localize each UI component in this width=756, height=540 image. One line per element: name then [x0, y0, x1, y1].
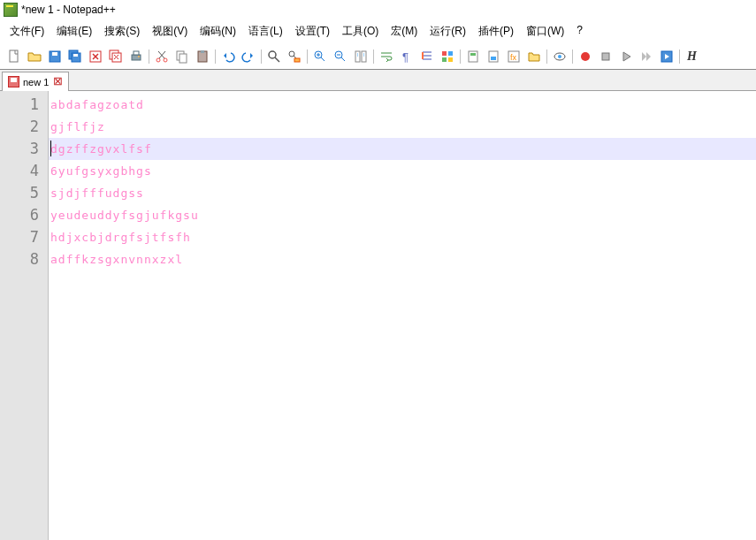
save-macro-button[interactable] [656, 46, 676, 66]
svg-point-11 [138, 56, 140, 57]
menu-language[interactable]: 语言(L) [242, 21, 289, 42]
pilcrow-icon: ¶ [400, 49, 414, 64]
menubar: 文件(F) 编辑(E) 搜索(S) 视图(V) 编码(N) 语言(L) 设置(T… [0, 19, 756, 43]
toolbar-h-button[interactable]: H [682, 46, 702, 66]
svg-rect-0 [10, 50, 18, 62]
paste-button[interactable] [192, 46, 212, 66]
line-number: 1 [0, 94, 39, 116]
editor-line[interactable]: sjdjfffudgss [49, 182, 756, 204]
close-button[interactable] [85, 46, 105, 66]
svg-rect-29 [448, 57, 453, 62]
svg-text:¶: ¶ [402, 50, 409, 64]
svg-rect-10 [134, 51, 139, 55]
menu-tools[interactable]: 工具(O) [336, 21, 385, 42]
folder-open-icon [27, 49, 42, 64]
menu-help[interactable]: ? [570, 21, 589, 42]
folder-view-button[interactable] [523, 46, 544, 66]
show-all-chars-button[interactable]: ¶ [396, 46, 416, 66]
tabbar: new 1 ⊠ [0, 70, 756, 91]
copy-button[interactable] [172, 46, 192, 66]
menu-edit[interactable]: 编辑(E) [50, 21, 98, 42]
menu-settings[interactable]: 设置(T) [289, 21, 336, 42]
svg-rect-24 [362, 51, 366, 62]
editor-line[interactable]: adffkzsgxnvnnxzxl [49, 248, 756, 270]
save-macro-icon [660, 49, 674, 64]
menu-search[interactable]: 搜索(S) [98, 21, 146, 42]
svg-point-37 [558, 55, 561, 58]
save-button[interactable] [44, 46, 65, 66]
find-button[interactable] [263, 46, 284, 66]
line-number: 5 [0, 182, 39, 204]
line-number: 4 [0, 160, 39, 182]
new-file-button[interactable] [4, 46, 24, 66]
editor-line[interactable]: yeudeuddyfsgjufkgsu [49, 204, 756, 226]
user-lang-button[interactable] [437, 46, 457, 66]
svg-point-12 [157, 58, 160, 62]
editor-line[interactable]: abdafagzoatd [49, 94, 756, 116]
editor-line[interactable]: dgzffzgvxlfsf [49, 138, 756, 160]
save-all-icon [68, 49, 82, 64]
tab-close-button[interactable]: ⊠ [52, 77, 63, 87]
play-macro-button[interactable] [615, 46, 636, 66]
undo-button[interactable] [218, 46, 238, 66]
save-all-button[interactable] [65, 46, 85, 66]
func-icon: fx [507, 49, 521, 64]
svg-point-38 [581, 52, 590, 61]
editor-line[interactable]: gjflfjz [49, 116, 756, 138]
toolbar: ¶ fx H [0, 43, 756, 70]
record-macro-button[interactable] [575, 46, 595, 66]
word-wrap-button[interactable] [376, 46, 396, 66]
indent-icon [420, 49, 434, 64]
redo-button[interactable] [238, 46, 258, 66]
svg-rect-27 [448, 51, 453, 56]
unsaved-icon [8, 76, 19, 87]
menu-view[interactable]: 视图(V) [146, 21, 194, 42]
svg-text:fx: fx [510, 53, 517, 62]
window-title: *new 1 - Notepad++ [21, 4, 116, 16]
eye-icon [553, 49, 567, 64]
tab-label: new 1 [23, 77, 49, 87]
zoom-in-button[interactable] [309, 46, 330, 66]
func-list-button[interactable]: fx [503, 46, 523, 66]
indent-guide-button[interactable] [416, 46, 437, 66]
zoom-out-button[interactable] [330, 46, 350, 66]
editor-line[interactable]: 6yufgsyxgbhgs [49, 160, 756, 182]
line-number: 8 [0, 248, 39, 270]
monitor-button[interactable] [549, 46, 569, 66]
editor-line[interactable]: hdjxcbjdrgfsjtfsfh [49, 226, 756, 248]
svg-rect-28 [442, 57, 447, 62]
menu-run[interactable]: 运行(R) [424, 21, 472, 42]
stop-macro-button[interactable] [595, 46, 615, 66]
print-icon [129, 49, 143, 64]
sync-icon [354, 49, 368, 64]
new-file-icon [7, 49, 21, 64]
menu-encoding[interactable]: 编码(N) [194, 21, 242, 42]
close-all-button[interactable] [105, 46, 126, 66]
svg-point-18 [269, 51, 276, 58]
cut-button[interactable] [151, 46, 172, 66]
menu-macro[interactable]: 宏(M) [385, 21, 424, 42]
replace-button[interactable] [284, 46, 304, 66]
zoom-out-icon [333, 49, 347, 64]
print-button[interactable] [126, 46, 146, 66]
line-number: 7 [0, 226, 39, 248]
svg-rect-30 [469, 51, 477, 62]
menu-window[interactable]: 窗口(W) [520, 21, 570, 42]
list-icon [486, 49, 500, 64]
open-file-button[interactable] [24, 46, 44, 66]
h-icon: H [687, 49, 697, 64]
text-content[interactable]: abdafagzoatdgjflfjzdgzffzgvxlfsf6yufgsyx… [49, 91, 756, 540]
folder-icon [527, 49, 541, 64]
caret [50, 141, 51, 156]
doc-list-button[interactable] [483, 46, 503, 66]
tab-new-1[interactable]: new 1 ⊠ [2, 72, 69, 91]
svg-rect-15 [179, 54, 187, 63]
doc-map-button[interactable] [462, 46, 483, 66]
sync-scroll-button[interactable] [350, 46, 370, 66]
close-all-icon [109, 49, 123, 64]
wrap-icon [379, 49, 393, 64]
save-icon [48, 49, 62, 64]
menu-plugins[interactable]: 插件(P) [472, 21, 520, 42]
menu-file[interactable]: 文件(F) [4, 21, 50, 42]
run-macro-multi-button[interactable] [636, 46, 656, 66]
